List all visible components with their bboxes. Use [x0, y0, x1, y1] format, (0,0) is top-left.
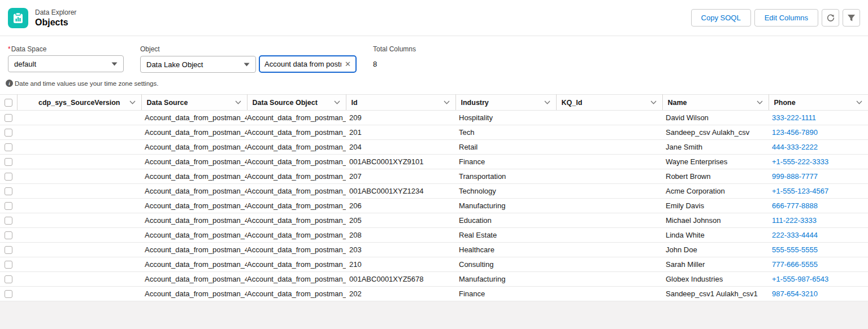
phone-link[interactable]: 123-456-7890 — [772, 128, 818, 137]
cell-phone: 444-333-2222 — [769, 140, 868, 155]
phone-link[interactable]: 555-555-5555 — [772, 245, 818, 254]
chevron-down-icon[interactable] — [544, 100, 550, 104]
cell-kq-id — [556, 140, 662, 155]
chevron-down-icon[interactable] — [650, 100, 657, 104]
row-checkbox[interactable] — [5, 187, 12, 195]
column-header-id[interactable]: Id — [346, 95, 455, 111]
refresh-icon — [826, 14, 835, 23]
row-checkbox[interactable] — [5, 231, 12, 239]
row-select-cell — [0, 111, 17, 125]
bottom-strip — [0, 301, 868, 329]
row-checkbox[interactable] — [5, 202, 12, 210]
cell-id: 209 — [346, 111, 455, 125]
info-icon: i — [6, 80, 13, 87]
phone-link[interactable]: 999-888-7777 — [772, 172, 818, 181]
cell-kq-id — [556, 125, 662, 140]
refresh-button[interactable] — [822, 9, 839, 27]
cell-industry: Finance — [455, 155, 556, 169]
cell-name: David Wilson — [662, 111, 769, 125]
column-header-cdp-sys-sourceversion[interactable]: cdp_sys_SourceVersion — [17, 95, 141, 111]
row-checkbox[interactable] — [5, 261, 12, 269]
row-checkbox[interactable] — [5, 275, 12, 283]
clear-search-button[interactable]: ✕ — [341, 60, 351, 68]
object-search-combobox[interactable]: Account data from postman ✕ — [259, 55, 357, 73]
phone-link[interactable]: 666-777-8888 — [772, 201, 818, 210]
row-checkbox[interactable] — [5, 173, 12, 181]
table-body: Account_data_from_postman_41...Account_d… — [0, 111, 868, 301]
cell-kq-id — [556, 199, 662, 213]
cell-id: 208 — [346, 228, 455, 243]
phone-link[interactable]: +1-555-222-3333 — [772, 157, 828, 166]
table-row: Account_data_from_postman_41...Account_d… — [0, 272, 868, 287]
cell-phone: 555-555-5555 — [769, 243, 868, 257]
phone-link[interactable]: 777-666-5555 — [772, 260, 818, 269]
row-select-cell — [0, 125, 17, 140]
select-all-checkbox[interactable] — [5, 99, 12, 107]
column-label: Id — [351, 99, 358, 107]
phone-link[interactable]: 444-333-2222 — [772, 143, 818, 151]
table-row: Account_data_from_postman_41...Account_d… — [0, 257, 868, 272]
row-select-cell — [0, 140, 17, 155]
table-row: Account_data_from_postman_41...Account_d… — [0, 155, 868, 169]
table-row: Account_data_from_postman_41...Account_d… — [0, 184, 868, 199]
column-header-data-source-object[interactable]: Data Source Object — [247, 95, 346, 111]
dropdown-arrow-icon — [244, 63, 250, 67]
cell-id: 001ABC0001XYZ1234 — [346, 184, 455, 199]
object-type-value: Data Lake Object — [146, 60, 203, 69]
copy-soql-button[interactable]: Copy SOQL — [691, 9, 751, 27]
phone-link[interactable]: +1-555-987-6543 — [772, 275, 828, 283]
row-select-cell — [0, 199, 17, 213]
cell-cdp-sys-sourceversion — [17, 228, 141, 243]
cell-name: Sandeep_csv1 Aulakh_csv1 — [662, 287, 769, 301]
object-type-select[interactable]: Data Lake Object — [140, 56, 256, 73]
phone-link[interactable]: +1-555-123-4567 — [772, 187, 828, 195]
edit-columns-button[interactable]: Edit Columns — [754, 9, 818, 27]
column-header-phone[interactable]: Phone — [769, 95, 868, 111]
column-header-data-source[interactable]: Data Source — [141, 95, 247, 111]
app-label: Data Explorer — [35, 8, 76, 16]
row-checkbox[interactable] — [5, 143, 12, 151]
cell-data-source-object: Account_data_from_postman_Ac... — [247, 199, 346, 213]
chevron-down-icon[interactable] — [235, 100, 241, 104]
cell-phone: 123-456-7890 — [769, 125, 868, 140]
chevron-down-icon[interactable] — [129, 100, 136, 104]
row-checkbox[interactable] — [5, 158, 12, 166]
table-row: Account_data_from_postman_41...Account_d… — [0, 169, 868, 184]
cell-kq-id — [556, 213, 662, 228]
column-header-kq-id[interactable]: KQ_Id — [556, 95, 662, 111]
total-columns-value: 8 — [373, 55, 416, 68]
data-space-select[interactable]: default — [8, 55, 124, 72]
cell-data-source-object: Account_data_from_postman_Ac... — [247, 257, 346, 272]
phone-link[interactable]: 222-333-4444 — [772, 231, 818, 239]
cell-kq-id — [556, 287, 662, 301]
phone-link[interactable]: 987-654-3210 — [772, 289, 818, 298]
cell-name: Robert Brown — [662, 169, 769, 184]
filter-button[interactable] — [843, 9, 860, 27]
phone-link[interactable]: 111-222-3333 — [772, 216, 817, 225]
cell-industry: Finance — [455, 287, 556, 301]
cell-name: Globex Industries — [662, 272, 769, 287]
column-header-name[interactable]: Name — [662, 95, 769, 111]
row-checkbox[interactable] — [5, 129, 12, 137]
cell-industry: Healthcare — [455, 243, 556, 257]
row-checkbox[interactable] — [5, 114, 12, 122]
chevron-down-icon[interactable] — [444, 100, 450, 104]
cell-id: 201 — [346, 125, 455, 140]
row-checkbox[interactable] — [5, 217, 12, 225]
row-checkbox[interactable] — [5, 290, 12, 298]
chevron-down-icon[interactable] — [334, 100, 340, 104]
chevron-down-icon[interactable] — [757, 100, 763, 104]
column-label: Data Source — [147, 99, 188, 107]
row-checkbox[interactable] — [5, 246, 12, 254]
data-space-label: *Data Space — [8, 45, 124, 53]
cell-id: 204 — [346, 140, 455, 155]
row-select-cell — [0, 213, 17, 228]
cell-cdp-sys-sourceversion — [17, 169, 141, 184]
cell-kq-id — [556, 155, 662, 169]
row-select-cell — [0, 228, 17, 243]
column-header-industry[interactable]: Industry — [455, 95, 556, 111]
cell-data-source-object: Account_data_from_postman_Ac... — [247, 111, 346, 125]
column-label: Phone — [774, 99, 796, 107]
phone-link[interactable]: 333-222-1111 — [772, 113, 816, 122]
chevron-down-icon[interactable] — [856, 100, 862, 104]
